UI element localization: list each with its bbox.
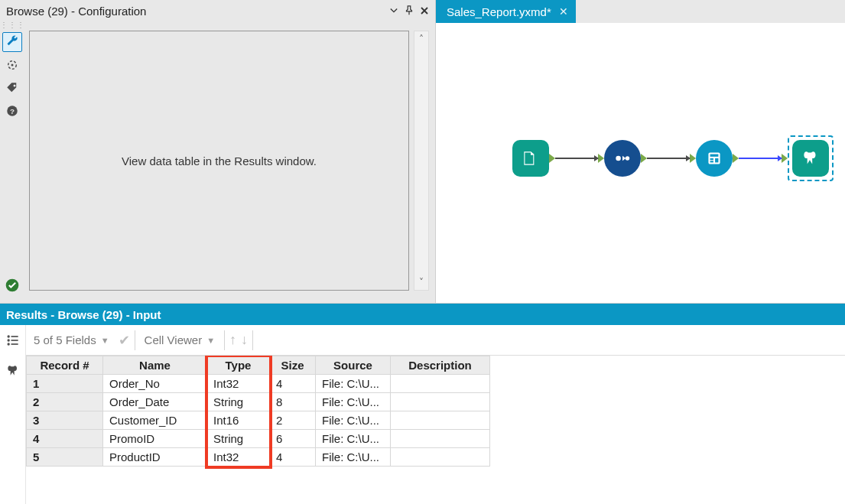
svg-text:?: ? bbox=[10, 107, 15, 115]
cell-description bbox=[391, 411, 490, 430]
cell-viewer-dropdown[interactable]: Cell Viewer ▼ bbox=[140, 333, 219, 346]
configuration-title: Browse (29) - Configuration bbox=[6, 5, 146, 18]
configuration-scrollbar[interactable]: ˄ ˅ bbox=[414, 31, 429, 291]
svg-rect-13 bbox=[11, 336, 18, 337]
cell-name: ProductID bbox=[103, 448, 207, 467]
chevron-down-icon: ▼ bbox=[206, 336, 215, 345]
cell-description bbox=[391, 393, 490, 411]
results-grid[interactable]: Record # Name Type Size Source Descripti… bbox=[26, 356, 490, 467]
cell-size: 2 bbox=[270, 411, 316, 430]
list-view-icon[interactable] bbox=[0, 325, 26, 356]
browse-tool-selection[interactable] bbox=[788, 135, 834, 181]
svg-point-5 bbox=[616, 156, 621, 161]
svg-rect-8 bbox=[710, 154, 719, 157]
cell-source: File: C:\U... bbox=[316, 411, 391, 430]
cell-record: 4 bbox=[27, 430, 103, 448]
configuration-content: View data table in the Results window. bbox=[29, 31, 409, 291]
cell-record: 5 bbox=[27, 448, 103, 467]
grip-icon[interactable]: ⋮⋮⋮ bbox=[0, 23, 25, 29]
col-record[interactable]: Record # bbox=[27, 356, 103, 375]
svg-rect-15 bbox=[11, 340, 18, 341]
configuration-toolstrip: ⋮⋮⋮ ? bbox=[0, 21, 24, 303]
scroll-down-icon[interactable]: ˅ bbox=[419, 277, 424, 288]
canvas-tabbar: Sales_Report.yxmd* ✕ bbox=[436, 0, 845, 23]
help-icon[interactable]: ? bbox=[2, 101, 22, 121]
table-row[interactable]: 4PromoIDString6File: C:\U... bbox=[27, 430, 490, 448]
svg-point-16 bbox=[7, 343, 9, 345]
apply-check-icon[interactable]: ✔ bbox=[119, 332, 130, 349]
table-row[interactable]: 2Order_DateString8File: C:\U... bbox=[27, 393, 490, 411]
target-icon[interactable] bbox=[2, 55, 22, 75]
cell-source: File: C:\U... bbox=[316, 375, 391, 393]
sort-asc-icon[interactable]: ↑ bbox=[229, 332, 236, 348]
results-grid-wrap: Record # Name Type Size Source Descripti… bbox=[26, 356, 845, 504]
tag-icon[interactable] bbox=[2, 78, 22, 98]
cell-viewer-label: Cell Viewer bbox=[145, 333, 203, 346]
wrench-icon[interactable] bbox=[2, 32, 22, 52]
col-name[interactable]: Name bbox=[103, 356, 207, 375]
sort-desc-icon[interactable]: ↓ bbox=[241, 332, 248, 348]
close-icon[interactable] bbox=[417, 3, 432, 18]
results-panel: Results - Browse (29) - Input 5 of 5 Fie… bbox=[0, 303, 845, 504]
tab-close-icon[interactable]: ✕ bbox=[559, 5, 568, 18]
select-tool[interactable] bbox=[604, 140, 641, 177]
workflow-tab-label: Sales_Report.yxmd* bbox=[447, 5, 551, 18]
table-row[interactable]: 1Order_NoInt324File: C:\U... bbox=[27, 375, 490, 393]
table-row[interactable]: 3Customer_IDInt162File: C:\U... bbox=[27, 411, 490, 430]
chevron-down-icon: ▼ bbox=[101, 336, 109, 345]
cell-type: String bbox=[207, 430, 270, 448]
svg-point-1 bbox=[11, 64, 14, 67]
col-type[interactable]: Type bbox=[207, 356, 270, 375]
cell-record: 3 bbox=[27, 411, 103, 430]
formula-tool[interactable] bbox=[696, 140, 733, 177]
pin-icon[interactable] bbox=[401, 3, 417, 18]
cell-source: File: C:\U... bbox=[316, 430, 391, 448]
cell-name: Customer_ID bbox=[103, 411, 207, 430]
browse-tool[interactable] bbox=[792, 140, 829, 177]
cell-type: String bbox=[207, 393, 270, 411]
col-description[interactable]: Description bbox=[391, 356, 490, 375]
configuration-panel: Browse (29) - Configuration ⋮⋮⋮ bbox=[0, 0, 436, 303]
input-data-tool[interactable] bbox=[512, 140, 549, 177]
binoculars-icon[interactable] bbox=[0, 356, 26, 386]
svg-point-14 bbox=[7, 339, 9, 341]
accept-icon[interactable] bbox=[2, 275, 22, 295]
fields-summary-label: 5 of 5 Fields bbox=[34, 333, 96, 346]
table-header-row: Record # Name Type Size Source Descripti… bbox=[27, 356, 490, 375]
cell-type: Int32 bbox=[207, 448, 270, 467]
dropdown-icon[interactable] bbox=[386, 3, 401, 18]
cell-description bbox=[391, 448, 490, 467]
fields-summary-dropdown[interactable]: 5 of 5 Fields ▼ bbox=[29, 333, 114, 346]
svg-rect-9 bbox=[710, 158, 713, 160]
scroll-up-icon[interactable]: ˄ bbox=[419, 34, 424, 44]
cell-type: Int16 bbox=[207, 411, 270, 430]
configuration-titlebar: Browse (29) - Configuration bbox=[0, 0, 435, 21]
col-size[interactable]: Size bbox=[270, 356, 316, 375]
table-row[interactable]: 5ProductIDInt324File: C:\U... bbox=[27, 448, 490, 467]
col-source[interactable]: Source bbox=[316, 356, 391, 375]
cell-source: File: C:\U... bbox=[316, 393, 391, 411]
configuration-placeholder: View data table in the Results window. bbox=[122, 154, 317, 167]
cell-description bbox=[391, 430, 490, 448]
cell-size: 6 bbox=[270, 430, 316, 448]
cell-size: 4 bbox=[270, 448, 316, 467]
cell-size: 4 bbox=[270, 375, 316, 393]
cell-source: File: C:\U... bbox=[316, 448, 391, 467]
svg-rect-11 bbox=[715, 158, 718, 162]
cell-type: Int32 bbox=[207, 375, 270, 393]
svg-point-6 bbox=[626, 156, 629, 160]
cell-size: 8 bbox=[270, 393, 316, 411]
cell-record: 2 bbox=[27, 393, 103, 411]
cell-record: 1 bbox=[27, 375, 103, 393]
results-toolbar: 5 of 5 Fields ▼ ✔ Cell Viewer ▼ ↑ ↓ bbox=[26, 325, 845, 356]
results-title: Results - Browse (29) - Input bbox=[0, 304, 845, 325]
cell-name: Order_No bbox=[103, 375, 207, 393]
results-iconstrip bbox=[0, 325, 26, 504]
workflow-tab[interactable]: Sales_Report.yxmd* ✕ bbox=[436, 0, 576, 23]
canvas-panel: Sales_Report.yxmd* ✕ bbox=[436, 0, 845, 303]
cell-description bbox=[391, 375, 490, 393]
svg-rect-17 bbox=[11, 343, 18, 345]
svg-rect-10 bbox=[710, 161, 713, 162]
canvas-surface[interactable] bbox=[436, 23, 845, 303]
workflow bbox=[512, 134, 834, 183]
